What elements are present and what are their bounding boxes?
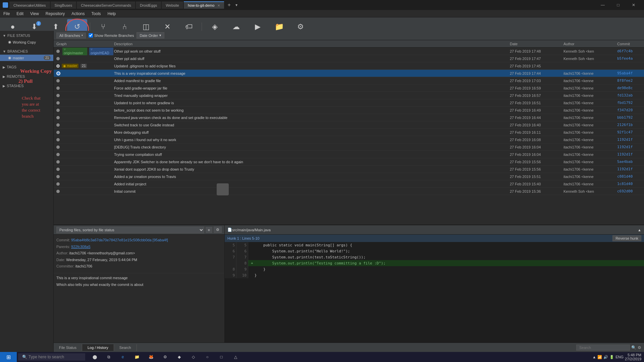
hunk-label: Hunk 1 : Lines 5-10 [227,236,259,240]
log-row-18[interactable]: Added initial project 27 Feb 2019 15:40 … [54,180,644,188]
taskbar-file-explorer-icon[interactable]: 📁 [130,352,144,362]
taskbar-clock[interactable]: 5:48 PM 27/2/2019 [625,353,641,361]
taskbar-app1-icon[interactable]: ◆ [172,352,186,362]
sidebar-item-master[interactable]: ◉ master 21 [0,55,53,61]
bottom-search-icon[interactable]: 🔍 [631,345,636,350]
log-row-17[interactable]: Added a jar creation process to Travis 2… [54,173,644,180]
tab-website[interactable]: Website [162,2,183,9]
log-row-2[interactable]: ◉ master 21 Updated .gitignore to add ec… [54,62,644,70]
commit-info-section: Commit: 95aba4fd8c3a67da70e78427e81e15c5… [54,235,224,273]
log-row-0[interactable]: ⑂ origin/master ⑂ origin/HEAD Other ppl … [54,48,644,55]
graph-col-8 [54,109,114,112]
menu-actions[interactable]: Actions [68,11,88,17]
branches-header[interactable]: ▼ BRANCHES [0,48,53,55]
remotes-header[interactable]: ▶ REMOTES [0,73,53,80]
diff-content: 5 5 public static void main(String[] arg… [225,242,644,352]
tab-file-status[interactable]: File Status [54,344,82,351]
parents-label: Parents: [56,245,71,249]
taskbar-task-view-icon[interactable]: ⧉ [102,352,115,362]
hunk-header: Hunk 1 : Lines 5-10 Reverse hunk [225,235,644,242]
log-row-1[interactable]: Other ppl add stuff 27 Feb 2019 17:47 Ke… [54,55,644,62]
author-col-12: itachi1706 <kenne [564,138,617,142]
all-branches-select[interactable]: All Branches ▾ [56,33,86,39]
taskbar-chrome-icon[interactable]: ⚙ [158,352,172,362]
taskbar-app3-icon[interactable]: ○ [201,352,214,362]
menu-help[interactable]: Help [104,11,119,17]
tray-volume-icon[interactable]: 🔊 [603,355,608,359]
collapse-diff-button[interactable]: ▲ [638,228,641,232]
log-row-8[interactable]: before_script does not seem to be workin… [54,107,644,114]
show-remote-checkbox[interactable] [89,33,93,38]
log-row-13[interactable]: [DEBUG] Travis check directory 27 Feb 20… [54,143,644,151]
graph-col-15 [54,160,114,164]
maximize-button[interactable]: □ [610,0,626,10]
menu-repository[interactable]: Repository [42,11,68,17]
taskbar-app2-icon[interactable]: ◇ [186,352,200,362]
taskbar-edge-icon[interactable]: e [116,352,129,362]
minimize-button[interactable]: — [595,0,610,10]
tab-log-history[interactable]: Log / History [82,344,114,351]
log-row-7[interactable]: Updated to point to where gradlew is 27 … [54,99,644,107]
line-num-new-2: 6 [236,248,248,254]
list-view-button[interactable]: ≡ [206,227,212,233]
tab-dropdown-button[interactable]: ▾ [234,3,239,7]
taskbar-cortana-icon[interactable]: ⬤ [88,352,101,362]
tray-network-icon[interactable]: 📶 [597,355,602,359]
log-row-10[interactable]: Switched track to use Gradle instead 27 … [54,121,644,129]
menu-edit[interactable]: Edit [13,11,27,17]
details-settings-button[interactable]: ⚙ [214,227,222,233]
tab-how-to-git-demo[interactable]: how-to-git-demo ✕ [184,1,224,9]
menu-file[interactable]: File [0,11,13,17]
reverse-hunk-button[interactable]: Reverse hunk [612,235,641,241]
log-row-16[interactable]: Xenial dont support JDK8 so drop down to… [54,166,644,173]
log-row-9[interactable]: Removed java version check as its done a… [54,114,644,121]
taskbar-app4-icon[interactable]: □ [215,352,228,362]
file-status-header[interactable]: ▼ FILE STATUS [0,32,53,39]
tray-up-arrow[interactable]: ▲ [592,355,596,359]
bottom-search-input[interactable] [576,345,630,351]
taskbar-app5-icon[interactable]: △ [229,352,242,362]
start-button[interactable]: ⊞ [0,352,17,362]
tags-header[interactable]: ▶ TAGS [0,64,53,70]
log-row-3[interactable]: This is a very inspirational commit mess… [54,70,644,77]
stashes-label: STASHES [7,84,24,88]
avatar [217,183,229,195]
tab-cheesecake-utilities[interactable]: CheesecakeUtilities [9,2,50,9]
close-tab-icon[interactable]: ✕ [217,4,220,7]
date-col-6: 27 Feb 2019 16:57 [510,94,564,98]
date-order-select[interactable]: Date Order ▾ [137,32,164,39]
sidebar-item-working-copy[interactable]: ◉ Working Copy [0,39,53,45]
date-col-3: 27 Feb 2019 17:44 [510,71,564,75]
log-row-15[interactable]: Apparently JDK Switcher is done before a… [54,158,644,166]
graph-dot-0 [56,50,60,53]
svg-text:Check that: Check that [22,96,41,101]
author-col-3: itachi1706 <kenne [564,71,617,75]
close-button[interactable]: ✕ [626,0,641,10]
tab-cheesecake-server[interactable]: CheesecakeServerCommands [77,2,135,9]
taskbar-firefox-icon[interactable]: 🦊 [144,352,158,362]
commit-col-4: 8f8fee2 [617,78,644,83]
tab-singbuses[interactable]: SingBuses [51,2,76,9]
stashes-header[interactable]: ▶ STASHES [0,82,53,89]
log-row-14[interactable]: Trying some compilation stuff 27 Feb 201… [54,151,644,158]
sort-select[interactable]: Pending files, sorted by file status [56,227,204,233]
author-col-4: itachi1706 <kenne [564,79,617,83]
log-row-12[interactable]: Uhh i guess i found out why it no work 2… [54,136,644,143]
menu-tools[interactable]: Tools [88,11,104,17]
tab-search[interactable]: Search [114,344,137,351]
menu-view[interactable]: View [27,11,42,17]
show-remote-label[interactable]: Show Remote Branches [89,33,134,38]
taskbar-search-box[interactable]: 🔍 Type here to search [18,353,85,361]
tab-droideggs[interactable]: DroidEggs [136,2,161,9]
parents-value[interactable]: 922fc308a5 [71,245,91,249]
log-row-19[interactable]: Initial commit 27 Feb 2019 15:36 Kenneth… [54,188,644,195]
log-row-11[interactable]: More debugging stuff 27 Feb 2019 16:11 i… [54,129,644,136]
bottom-settings-icon[interactable]: ⚙ [638,345,641,350]
graph-dot-6 [56,94,60,97]
commit-col-16: 1192d1f [617,167,644,171]
new-tab-button[interactable]: + [225,2,233,8]
log-row-5[interactable]: Force add gradle-wrapper jar file 27 Feb… [54,84,644,92]
tray-battery-icon[interactable]: 🔋 [609,355,614,359]
log-row-4[interactable]: Added manifest to gradle file 27 Feb 201… [54,77,644,84]
log-row-6[interactable]: Tried manually updating wrapper 27 Feb 2… [54,92,644,99]
